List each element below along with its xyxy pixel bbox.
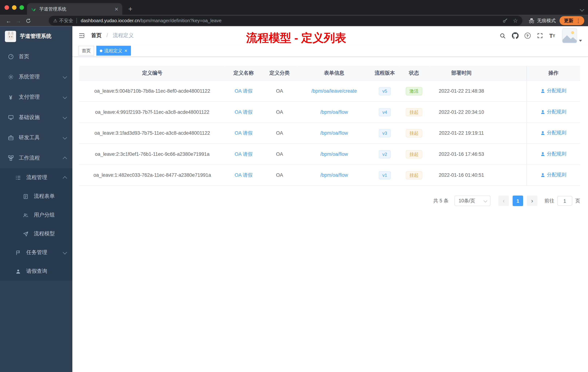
app-logo: 芋道管理系统 xyxy=(0,26,72,46)
version-tag: v4 xyxy=(378,108,391,116)
help-icon[interactable]: ? xyxy=(521,33,534,39)
definition-name-link[interactable]: OA 请假 xyxy=(235,151,252,157)
col-status: 状态 xyxy=(399,66,429,80)
form-link[interactable]: /bpm/oa/flow xyxy=(320,172,348,178)
table-row: oa_leave:4:991f2193-7b7f-11ec-a3c8-acde4… xyxy=(79,101,580,123)
sidebar-item-payment[interactable]: ¥ 支付管理 xyxy=(0,87,72,107)
password-key-icon[interactable] xyxy=(502,18,508,23)
definition-id: oa_leave:4:991f2193-7b7f-11ec-a3c8-acde4… xyxy=(95,109,209,115)
sidebar-item-infrastructure[interactable]: 基础设施 xyxy=(0,107,72,128)
definition-category: OA xyxy=(276,88,283,94)
sidebar-item-workflow[interactable]: 工作流程 xyxy=(0,148,72,168)
minimize-window-button[interactable] xyxy=(12,5,17,10)
sidebar-item-system[interactable]: 系统管理 xyxy=(0,67,72,87)
github-icon[interactable] xyxy=(509,32,521,39)
close-window-button[interactable] xyxy=(5,5,9,10)
definition-name-link[interactable]: OA 请假 xyxy=(235,172,252,178)
page-1-button[interactable]: 1 xyxy=(513,196,523,206)
fullscreen-icon[interactable] xyxy=(534,33,546,39)
definition-category: OA xyxy=(276,151,283,157)
menu-label: 流程模型 xyxy=(34,230,66,237)
deploy-time: 2022-01-16 01:40:51 xyxy=(439,172,484,178)
sidebar-item-home[interactable]: 首页 xyxy=(0,47,72,67)
form-link[interactable]: /bpm/oa/flow xyxy=(320,151,348,157)
definition-id: oa_leave:5:004b710b-7b8a-11ec-8ef0-acde4… xyxy=(94,88,210,94)
menu-label: 任务管理 xyxy=(26,249,63,256)
new-tab-button[interactable]: + xyxy=(128,5,132,12)
search-icon[interactable] xyxy=(496,33,509,39)
user-menu[interactable] xyxy=(562,28,582,43)
page-size-value: 10条/页 xyxy=(459,197,475,204)
assign-rule-link[interactable]: 分配规则 xyxy=(541,172,566,178)
form-link[interactable]: /bpm/oa/flow xyxy=(320,109,348,115)
col-definition-name: 定义名称 xyxy=(225,66,262,80)
assign-rule-link[interactable]: 分配规则 xyxy=(541,109,566,115)
menu-label: 研发工具 xyxy=(19,134,63,141)
maximize-window-button[interactable] xyxy=(20,5,24,10)
workflow-submenu: 流程管理 流程表单 用户分组 xyxy=(0,168,72,281)
next-page-button[interactable]: › xyxy=(527,196,537,206)
user-group-icon xyxy=(22,212,29,218)
tag-home[interactable]: 首页 xyxy=(78,46,94,56)
reload-button[interactable] xyxy=(23,18,33,23)
send-icon xyxy=(22,230,29,237)
definition-category: OA xyxy=(276,130,283,136)
sidebar-item-leave-query[interactable]: 请假查询 xyxy=(0,262,72,281)
goto-page-input[interactable] xyxy=(557,196,572,206)
sidebar-item-task-management[interactable]: 任务管理 xyxy=(0,243,72,262)
forward-button[interactable]: → xyxy=(13,17,23,24)
col-actions: 操作 xyxy=(526,66,580,80)
sidebar: 芋道管理系统 首页 系统管理 ¥ xyxy=(0,26,72,372)
tag-process-definition[interactable]: 流程定义 ✕ xyxy=(96,46,131,56)
menu-label: 首页 xyxy=(19,53,66,60)
chevron-down-icon xyxy=(63,250,67,254)
breadcrumb-home-link[interactable]: 首页 xyxy=(91,32,102,38)
breadcrumb-current: 流程定义 xyxy=(113,32,134,38)
col-filler xyxy=(494,66,526,80)
browser-menu-kebab-icon[interactable]: ⋮ xyxy=(576,18,581,24)
red-annotation-title: 流程模型 - 定义列表 xyxy=(246,30,346,46)
sidebar-item-process-model[interactable]: 流程模型 xyxy=(0,224,72,243)
assign-rule-link[interactable]: 分配规则 xyxy=(541,151,566,157)
back-button[interactable]: ← xyxy=(4,17,14,24)
sidebar-item-user-group[interactable]: 用户分组 xyxy=(0,206,72,224)
person-icon xyxy=(541,131,546,135)
tag-close-icon[interactable]: ✕ xyxy=(124,48,128,53)
app-navbar: 首页 / 流程定义 流程模型 - 定义列表 ? TT xyxy=(72,26,588,45)
prev-page-button[interactable]: ‹ xyxy=(498,196,509,206)
assign-rule-link[interactable]: 分配规则 xyxy=(541,88,566,94)
form-link[interactable]: /bpm/oa/leave/create xyxy=(311,88,357,94)
address-bar[interactable]: ⚠ 不安全 dashboard.yudao.iocoder.cn/bpm/man… xyxy=(49,16,522,26)
bookmark-star-icon[interactable]: ☆ xyxy=(513,17,518,24)
definition-name-link[interactable]: OA 请假 xyxy=(235,109,252,115)
version-tag: v1 xyxy=(378,171,391,179)
page-size-select[interactable]: 10条/页 xyxy=(454,196,491,206)
sidebar-item-process-management[interactable]: 流程管理 xyxy=(0,168,72,187)
deploy-time: 2022-01-22 19:19:11 xyxy=(439,130,484,136)
deploy-time: 2022-01-16 17:46:53 xyxy=(439,151,484,157)
font-size-icon[interactable]: TT xyxy=(546,33,558,39)
menu-label: 工作流程 xyxy=(19,155,63,161)
process-list-icon xyxy=(15,174,21,181)
tab-close-icon[interactable]: ✕ xyxy=(114,6,118,12)
assign-rule-link[interactable]: 分配规则 xyxy=(541,130,566,136)
deploy-time: 2022-01-22 20:34:10 xyxy=(439,109,484,115)
browser-toolbar: ← → ⚠ 不安全 dashboard.yudao.iocoder.cn/bpm… xyxy=(0,15,588,26)
update-browser-button[interactable]: 更新 ⋮ xyxy=(559,16,584,25)
sidebar-item-process-form[interactable]: 流程表单 xyxy=(0,187,72,206)
sidebar-toggle-hamburger-icon[interactable] xyxy=(78,32,85,39)
definition-id: oa_leave:1:482ec033-762a-11ec-8477-a2380… xyxy=(94,172,211,178)
definition-name-link[interactable]: OA 请假 xyxy=(235,88,252,94)
table-row: oa_leave:5:004b710b-7b8a-11ec-8ef0-acde4… xyxy=(79,80,580,101)
chevron-down-icon xyxy=(63,135,67,139)
browser-tab[interactable]: 芋道管理系统 ✕ xyxy=(27,3,122,15)
sidebar-item-devtools[interactable]: 研发工具 xyxy=(0,128,72,148)
tab-search-chevron-icon[interactable] xyxy=(580,6,584,12)
form-link[interactable]: /bpm/oa/flow xyxy=(320,130,348,136)
definition-name-link[interactable]: OA 请假 xyxy=(235,130,252,136)
person-icon xyxy=(541,152,546,156)
dashboard-icon xyxy=(8,54,14,60)
deploy-time: 2022-01-22 21:48:38 xyxy=(439,88,484,94)
favicon-leaf-icon xyxy=(31,6,36,12)
menu-label: 流程表单 xyxy=(34,193,66,200)
